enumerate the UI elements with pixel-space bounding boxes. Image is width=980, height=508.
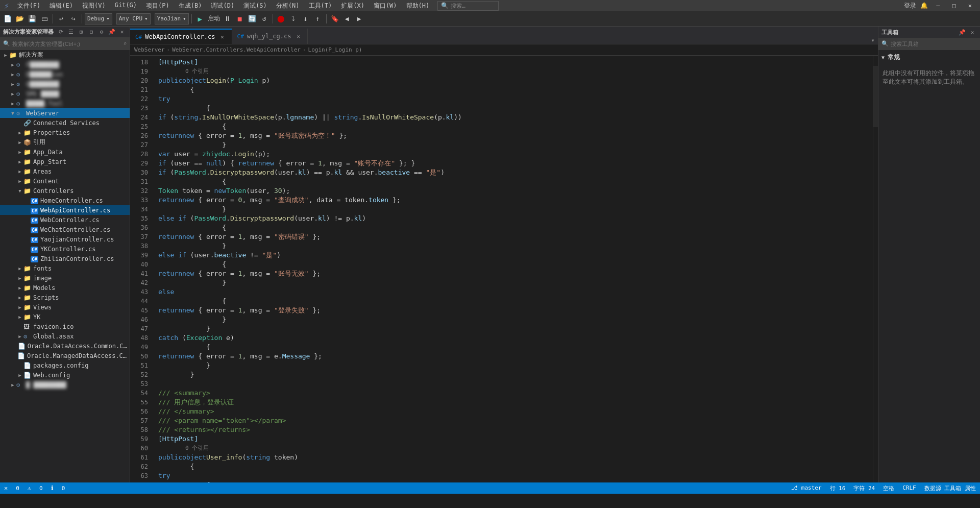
tree-arrow-icon[interactable]: ▶ [16,373,23,378]
pin-icon[interactable]: 📌 [107,28,116,37]
tree-item-proj3[interactable]: ▶⚙Q████████ [0,79,130,89]
tree-item-appData[interactable]: ▶📁App_Data [0,147,130,157]
warning-count[interactable]: 0 [39,485,43,492]
error-count[interactable]: 0 [16,485,19,492]
filter-icon[interactable]: ☰ [66,28,76,37]
menu-build[interactable]: 生成(B) [175,1,206,11]
menu-help[interactable]: 帮助(H) [402,1,434,11]
undo-button[interactable]: ↩ [56,13,67,25]
tab-close-button-2[interactable]: ✕ [294,32,302,40]
notification-icon[interactable]: 🔔 [920,2,928,9]
tree-item-yaojianCtrl[interactable]: C#YaojianController.cs [0,234,130,244]
tree-arrow-icon[interactable]: ▶ [16,266,23,271]
expand-all-icon[interactable]: ⊞ [77,28,86,37]
breakpoint-button[interactable]: ⬤ [276,13,287,25]
step-over-button[interactable]: ⤵ [288,13,299,25]
save-all-button[interactable]: 🗃 [39,13,50,25]
toolbox-search-input[interactable] [891,41,977,47]
tree-arrow-icon[interactable]: ▶ [9,82,16,87]
tree-arrow-icon[interactable]: ▶ [16,169,23,174]
menu-edit[interactable]: 编辑(E) [45,1,77,11]
tree-arrow-icon[interactable]: ▶ [16,315,23,320]
tab-wqh[interactable]: C# wqh_yl_cg.cs ✕ [232,29,308,44]
tree-item-oracle2[interactable]: 📄Oracle.ManagedDataAccess.Client.Config… [0,351,130,360]
tree-arrow-icon[interactable]: ▶ [16,130,23,135]
menu-tools[interactable]: 工具(T) [305,1,336,11]
bookmark-button[interactable]: 🔖 [329,13,340,25]
tree-item-wechatCtrl[interactable]: C#WeChatController.cs [0,225,130,234]
tree-arrow-icon[interactable]: ▶ [9,72,16,77]
tree-item-proj4[interactable]: ▶⚙SMS █████ [0,89,130,99]
solution-search-box[interactable]: 🔍 ⌕ [0,38,130,50]
minimize-button[interactable]: — [932,1,944,10]
step-out-button[interactable]: ↑ [312,13,324,25]
tree-item-faviconico[interactable]: 🖼favicon.ico [0,322,130,331]
new-file-button[interactable]: 📄 [2,13,13,25]
tree-item-properties[interactable]: ▶📁Properties [0,128,130,137]
menu-test[interactable]: 测试(S) [239,1,271,11]
tab-close-button[interactable]: ✕ [218,33,227,41]
tree-arrow-icon[interactable]: ▶ [16,159,23,164]
toolbox-search-box[interactable]: 🔍 [878,38,980,50]
tree-item-proj5[interactable]: ▶⚙█████.Tool [0,99,130,108]
breadcrumb-server[interactable]: WebServer [134,46,165,53]
code-content[interactable]: [HttpPost] 0 个引用 public object Login(P_L… [153,56,873,482]
tree-arrow-icon[interactable]: ▶ [9,91,16,96]
tree-item-content[interactable]: ▶📁Content [0,176,130,186]
tree-item-areas[interactable]: ▶📁Areas [0,166,130,176]
tree-arrow-icon[interactable]: ▶ [16,305,23,310]
restart-button[interactable]: 🔄 [247,13,258,25]
message-count[interactable]: 0 [62,485,65,492]
tree-item-scripts[interactable]: ▶📁Scripts [0,293,130,302]
menu-window[interactable]: 窗口(W) [370,1,401,11]
tab-webapi[interactable]: C# WebApiController.cs ✕ [130,29,232,44]
tree-item-appStart[interactable]: ▶📁App_Start [0,157,130,166]
tree-item-controllers[interactable]: ▼📁Controllers [0,186,130,196]
tree-item-globalasax[interactable]: ▶⚙Global.asax [0,331,130,341]
tree-item-ykCtrl[interactable]: C#YKController.cs [0,244,130,254]
stop-button[interactable]: ■ [234,13,246,25]
tree-item-引用[interactable]: ▶📦引用 [0,137,130,147]
tree-arrow-icon[interactable]: ▶ [16,334,23,339]
tree-item-yk[interactable]: ▶📁YK [0,312,130,322]
tree-item-webCtrl[interactable]: C#WebController.cs [0,215,130,225]
menu-file[interactable]: 文件(F) [13,1,45,11]
tree-item-zhilianCtrl[interactable]: C#ZhilianController.cs [0,254,130,263]
tree-item-fonts[interactable]: ▶📁fonts [0,263,130,273]
tree-arrow-icon[interactable]: ▶ [9,101,16,106]
step-into-button[interactable]: ↓ [300,13,311,25]
open-button[interactable]: 📂 [14,13,26,25]
minimap[interactable] [873,56,878,482]
restore-button[interactable]: □ [948,1,960,10]
redo-button[interactable]: ↪ [68,13,79,25]
menu-debug[interactable]: 调试(D) [207,1,238,11]
properties-icon[interactable]: ⚙ [97,28,106,37]
menu-view[interactable]: 视图(V) [78,1,110,11]
menu-git[interactable]: Git(G) [111,1,141,11]
tree-item-otherProj[interactable]: ▶⚙█ █████████ [0,380,130,390]
user-login[interactable]: 登录 [904,2,916,10]
tree-arrow-icon[interactable]: ▶ [16,276,23,281]
sync-icon[interactable]: ⟳ [56,28,65,37]
tree-item-views[interactable]: ▶📁Views [0,302,130,312]
tree-item-proj1[interactable]: ▶⚙F████████ [0,60,130,69]
startup-project-dropdown[interactable]: YaoJian ▾ [155,13,189,25]
prev-bookmark[interactable]: ◀ [341,13,353,25]
tree-arrow-icon[interactable]: ▶ [16,179,23,184]
close-panel-icon[interactable]: ✕ [117,28,127,37]
tree-arrow-icon[interactable]: ▶ [9,382,16,388]
refresh-button[interactable]: ↺ [259,13,270,25]
collapse-all-icon[interactable]: ⊟ [87,28,96,37]
tree-arrow-icon[interactable]: ▶ [16,140,23,145]
tree-arrow-icon[interactable]: ▼ [16,188,23,193]
tree-arrow-icon[interactable]: ▶ [2,53,9,58]
tree-item-image[interactable]: ▶📁image [0,273,130,283]
tree-item-models[interactable]: ▶📁Models [0,283,130,293]
platform-dropdown[interactable]: Any CPU ▾ [116,13,151,25]
tree-item-webconfig[interactable]: ▶📄Web.config [0,370,130,380]
tree-item-oracle1[interactable]: 📄Oracle.DataAccess.Common.Configuratio… [0,341,130,351]
debug-config-dropdown[interactable]: Debug ▾ [85,13,112,25]
tree-arrow-icon[interactable]: ▶ [16,285,23,291]
toolbox-close-icon[interactable]: ✕ [968,28,977,37]
tree-item-webserver[interactable]: ▼⚙WebServer [0,108,130,118]
